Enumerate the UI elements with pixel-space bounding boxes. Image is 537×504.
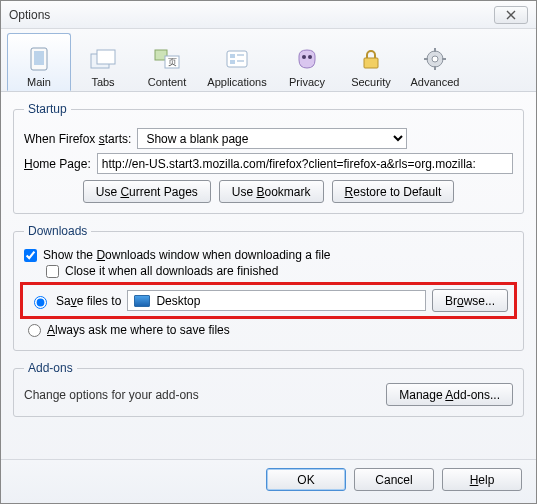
tab-privacy-label: Privacy bbox=[289, 76, 325, 88]
svg-text:页: 页 bbox=[168, 57, 177, 67]
downloads-group: Downloads Show the Downloads window when… bbox=[13, 224, 524, 351]
show-downloads-window-checkbox[interactable] bbox=[24, 249, 37, 262]
tab-content[interactable]: 页 Content bbox=[135, 33, 199, 91]
svg-rect-8 bbox=[230, 54, 235, 58]
tab-content-label: Content bbox=[148, 76, 187, 88]
close-icon bbox=[506, 10, 516, 20]
tab-applications[interactable]: Applications bbox=[199, 33, 275, 91]
restore-default-button[interactable]: Restore to Default bbox=[332, 180, 455, 203]
tab-tabs[interactable]: Tabs bbox=[71, 33, 135, 91]
save-path-text: Desktop bbox=[156, 294, 200, 308]
home-page-input[interactable] bbox=[97, 153, 513, 174]
tab-advanced-label: Advanced bbox=[411, 76, 460, 88]
use-bookmark-button[interactable]: Use Bookmark bbox=[219, 180, 324, 203]
svg-rect-7 bbox=[227, 51, 247, 67]
help-button[interactable]: Help bbox=[442, 468, 522, 491]
tab-advanced[interactable]: Advanced bbox=[403, 33, 467, 91]
always-ask-radio[interactable] bbox=[28, 324, 41, 337]
save-path-display: Desktop bbox=[127, 290, 426, 311]
tab-security[interactable]: Security bbox=[339, 33, 403, 91]
privacy-icon bbox=[291, 44, 323, 74]
tab-main-label: Main bbox=[27, 76, 51, 88]
svg-rect-3 bbox=[97, 50, 115, 64]
window-title: Options bbox=[9, 8, 50, 22]
always-ask-label: Always ask me where to save files bbox=[47, 323, 230, 337]
desktop-icon bbox=[134, 295, 150, 307]
home-page-label: Home Page: bbox=[24, 157, 91, 171]
dialog-footer: OK Cancel Help bbox=[1, 459, 536, 503]
svg-rect-10 bbox=[230, 60, 235, 64]
when-firefox-starts-select[interactable]: Show a blank page bbox=[137, 128, 407, 149]
addons-description: Change options for your add-ons bbox=[24, 388, 199, 402]
show-downloads-window-label: Show the Downloads window when downloadi… bbox=[43, 248, 331, 262]
tabs-icon bbox=[87, 44, 119, 74]
close-when-finished-checkbox[interactable] bbox=[46, 265, 59, 278]
ok-button[interactable]: OK bbox=[266, 468, 346, 491]
security-icon bbox=[355, 44, 387, 74]
tab-security-label: Security bbox=[351, 76, 391, 88]
titlebar: Options bbox=[1, 1, 536, 29]
main-icon bbox=[23, 44, 55, 74]
tab-applications-label: Applications bbox=[207, 76, 266, 88]
svg-rect-14 bbox=[364, 58, 378, 68]
startup-group: Startup When Firefox starts: Show a blan… bbox=[13, 102, 524, 214]
tab-privacy[interactable]: Privacy bbox=[275, 33, 339, 91]
svg-rect-9 bbox=[237, 54, 244, 56]
svg-point-13 bbox=[308, 55, 312, 59]
tab-main[interactable]: Main bbox=[7, 33, 71, 91]
save-files-to-label: Save files to bbox=[56, 294, 121, 308]
cancel-button[interactable]: Cancel bbox=[354, 468, 434, 491]
when-firefox-starts-label: When Firefox starts: bbox=[24, 132, 131, 146]
main-panel: Startup When Firefox starts: Show a blan… bbox=[1, 92, 536, 459]
manage-addons-button[interactable]: Manage Add-ons... bbox=[386, 383, 513, 406]
save-files-to-highlight: Save files to Desktop Browse... bbox=[20, 282, 517, 319]
options-window: Options Main Tabs 页 Content bbox=[0, 0, 537, 504]
svg-rect-11 bbox=[237, 60, 244, 62]
close-when-finished-label: Close it when all downloads are finished bbox=[65, 264, 278, 278]
browse-button[interactable]: Browse... bbox=[432, 289, 508, 312]
addons-group: Add-ons Change options for your add-ons … bbox=[13, 361, 524, 417]
applications-icon bbox=[221, 44, 253, 74]
window-close-button[interactable] bbox=[494, 6, 528, 24]
svg-point-12 bbox=[302, 55, 306, 59]
addons-legend: Add-ons bbox=[24, 361, 77, 375]
svg-point-16 bbox=[432, 56, 438, 62]
use-current-pages-button[interactable]: Use Current Pages bbox=[83, 180, 211, 203]
advanced-icon bbox=[419, 44, 451, 74]
downloads-legend: Downloads bbox=[24, 224, 91, 238]
svg-rect-1 bbox=[34, 51, 44, 65]
category-toolbar: Main Tabs 页 Content Applications Privacy bbox=[1, 29, 536, 92]
content-icon: 页 bbox=[151, 44, 183, 74]
startup-legend: Startup bbox=[24, 102, 71, 116]
tab-tabs-label: Tabs bbox=[91, 76, 114, 88]
save-files-to-radio[interactable] bbox=[34, 296, 47, 309]
